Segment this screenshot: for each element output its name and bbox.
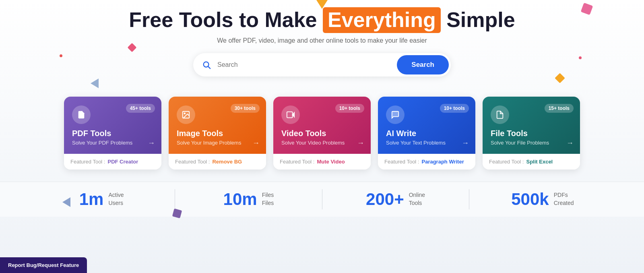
card-featured-tool-pdf[interactable]: PDF Creator bbox=[107, 159, 138, 165]
card-top-pdf: 45+ tools PDF Tools Solve Your PDF Probl… bbox=[64, 97, 161, 154]
card-arrow-ai: → bbox=[462, 139, 469, 147]
search-button[interactable]: Search bbox=[397, 55, 449, 74]
stat-desc-3: PDFsCreated bbox=[554, 191, 574, 207]
card-title-ai: AI Write bbox=[386, 129, 467, 138]
card-subtitle-ai: Solve Your Text Problems bbox=[386, 140, 467, 146]
card-arrow-video: → bbox=[357, 139, 364, 147]
stat-item-0: 1m ActiveUsers bbox=[32, 191, 171, 208]
card-featured-tool-file[interactable]: Split Excel bbox=[526, 159, 553, 165]
hero-title: Free Tools to Make Everything Simple bbox=[16, 7, 628, 33]
card-top-image: 30+ tools Image Tools Solve Your Image P… bbox=[169, 97, 266, 154]
card-title-file: File Tools bbox=[491, 129, 572, 138]
cards-grid: 45+ tools PDF Tools Solve Your PDF Probl… bbox=[0, 97, 644, 170]
svg-rect-4 bbox=[287, 112, 293, 118]
card-top-file: 15+ tools File Tools Solve Your File Pro… bbox=[483, 97, 580, 154]
card-arrow-image: → bbox=[252, 139, 260, 147]
stats-bar: 1m ActiveUsers 10m FilesFiles 200+ Onlin… bbox=[0, 182, 644, 217]
card-subtitle-file: Solve Your File Problems bbox=[491, 140, 572, 146]
card-icon-file bbox=[491, 105, 509, 124]
stat-number-1: 10m bbox=[223, 191, 257, 208]
card-top-ai: 10+ tools AI Write Solve Your Text Probl… bbox=[378, 97, 475, 154]
stat-item-1: 10m FilesFiles bbox=[179, 191, 318, 208]
card-featured-label-pdf: Featured Tool : bbox=[70, 159, 105, 165]
stat-divider-0 bbox=[175, 189, 175, 209]
page-wrapper: Free Tools to Make Everything Simple We … bbox=[0, 0, 644, 273]
svg-line-1 bbox=[208, 66, 210, 68]
search-container: Search bbox=[16, 53, 628, 77]
card-subtitle-image: Solve Your Image Problems bbox=[177, 140, 258, 146]
card-title-pdf: PDF Tools bbox=[72, 129, 153, 138]
report-bug-button[interactable]: Report Bug/Request Feature bbox=[0, 257, 87, 273]
card-image[interactable]: 30+ tools Image Tools Solve Your Image P… bbox=[169, 97, 266, 170]
card-bottom-video: Featured Tool : Mute Video bbox=[273, 154, 371, 170]
card-video[interactable]: 10+ tools Video Tools Solve Your Video P… bbox=[273, 97, 371, 170]
card-top-video: 10+ tools Video Tools Solve Your Video P… bbox=[273, 97, 371, 154]
stat-item-2: 200+ OnlineTools bbox=[326, 191, 465, 208]
stat-number-0: 1m bbox=[79, 191, 104, 208]
card-featured-label-video: Featured Tool : bbox=[280, 159, 314, 165]
stat-divider-2 bbox=[469, 189, 469, 209]
card-badge-file: 15+ tools bbox=[545, 104, 574, 113]
search-bar: Search bbox=[193, 53, 451, 77]
hero-subtitle: We offer PDF, video, image and other onl… bbox=[16, 37, 628, 44]
card-bottom-image: Featured Tool : Remove BG bbox=[169, 154, 266, 170]
card-featured-tool-ai[interactable]: Paragraph Writer bbox=[421, 159, 464, 165]
stat-number-2: 200+ bbox=[366, 191, 404, 208]
card-icon-pdf bbox=[72, 105, 91, 124]
card-icon-ai bbox=[386, 105, 405, 124]
card-file[interactable]: 15+ tools File Tools Solve Your File Pro… bbox=[483, 97, 580, 170]
stat-item-3: 500k PDFsCreated bbox=[473, 191, 612, 208]
card-title-video: Video Tools bbox=[281, 129, 363, 138]
title-highlight: Everything bbox=[323, 7, 441, 33]
card-icon-image bbox=[177, 105, 195, 124]
card-subtitle-video: Solve Your Video Problems bbox=[281, 140, 363, 146]
card-bottom-file: Featured Tool : Split Excel bbox=[483, 154, 580, 170]
card-subtitle-pdf: Solve Your PDF Problems bbox=[72, 140, 153, 146]
card-icon-video bbox=[281, 105, 300, 124]
title-prefix: Free Tools to Make bbox=[129, 8, 323, 31]
card-arrow-file: → bbox=[566, 139, 574, 147]
card-badge-pdf: 45+ tools bbox=[126, 104, 155, 113]
card-featured-label-file: Featured Tool : bbox=[489, 159, 524, 165]
stat-desc-2: OnlineTools bbox=[409, 191, 425, 207]
stat-desc-1: FilesFiles bbox=[262, 191, 274, 207]
card-badge-image: 30+ tools bbox=[231, 104, 260, 113]
card-featured-tool-image[interactable]: Remove BG bbox=[212, 159, 242, 165]
card-bottom-pdf: Featured Tool : PDF Creator bbox=[64, 154, 161, 170]
card-featured-label-image: Featured Tool : bbox=[175, 159, 210, 165]
stat-desc-0: ActiveUsers bbox=[108, 191, 124, 207]
card-pdf[interactable]: 45+ tools PDF Tools Solve Your PDF Probl… bbox=[64, 97, 161, 170]
card-featured-label-ai: Featured Tool : bbox=[384, 159, 419, 165]
hero-section: Free Tools to Make Everything Simple We … bbox=[0, 0, 644, 97]
stat-divider-1 bbox=[322, 189, 322, 209]
card-title-image: Image Tools bbox=[177, 129, 258, 138]
search-input[interactable] bbox=[217, 55, 395, 75]
title-suffix: Simple bbox=[441, 8, 515, 31]
card-badge-ai: 10+ tools bbox=[440, 104, 469, 113]
svg-point-3 bbox=[184, 113, 185, 114]
search-icon bbox=[193, 60, 217, 69]
card-featured-tool-video[interactable]: Mute Video bbox=[317, 159, 345, 165]
card-bottom-ai: Featured Tool : Paragraph Writer bbox=[378, 154, 475, 170]
card-ai[interactable]: 10+ tools AI Write Solve Your Text Probl… bbox=[378, 97, 475, 170]
stat-number-3: 500k bbox=[511, 191, 549, 208]
card-arrow-pdf: → bbox=[148, 139, 155, 147]
card-badge-video: 10+ tools bbox=[335, 104, 364, 113]
